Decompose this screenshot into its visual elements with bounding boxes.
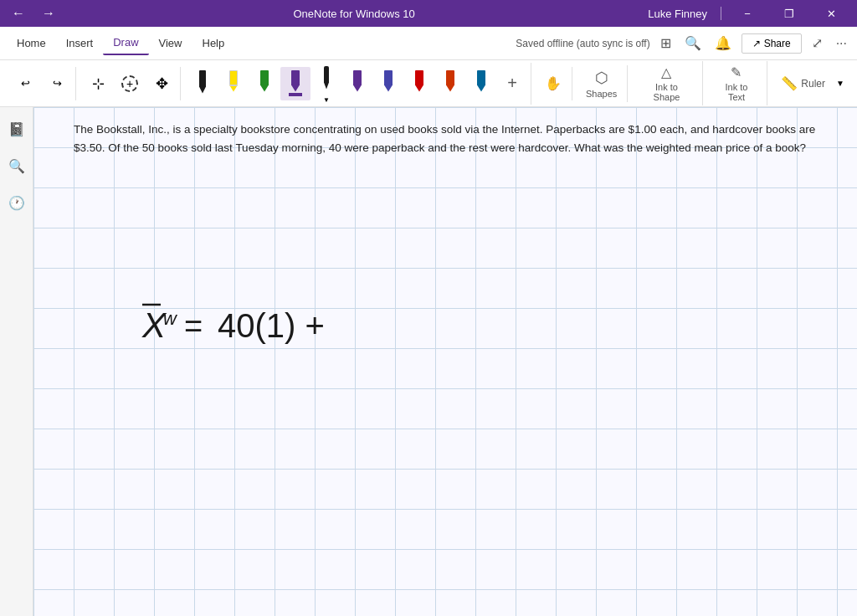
draw-toolbar: ↩ ↪ ⊹ + ✥ <box>0 60 857 107</box>
ink-to-text-group: ✎ Ink to Text <box>706 61 768 105</box>
selection-tools-group: ⊹ + ✥ <box>80 67 181 100</box>
svg-text:40(1) +: 40(1) + <box>218 307 325 344</box>
redo-icon: ↪ <box>53 77 62 90</box>
lasso-icon: + <box>121 75 138 92</box>
menu-right-section: Saved offline (auto sync is off) ⊞ 🔍 🔔 ↗… <box>516 32 850 54</box>
menu-view[interactable]: View <box>149 32 192 54</box>
ruler-dropdown[interactable]: ▼ <box>834 67 847 100</box>
note-paragraph: The Bookstall, Inc., is a specialty book… <box>74 121 817 157</box>
select-tool[interactable]: ⊹ <box>83 67 113 100</box>
sidebar-notebook-icon[interactable]: 📓 <box>2 114 32 144</box>
shapes-group: ⬡ Shapes <box>576 65 628 102</box>
sidebar: 📓 🔍 🕐 <box>0 107 33 616</box>
pen-tool-7[interactable] <box>373 67 403 100</box>
pen-dropdown-1[interactable]: ▼ <box>318 96 335 105</box>
move-icon: ✥ <box>156 74 168 93</box>
undo-redo-group: ↩ ↪ <box>7 67 76 100</box>
menu-home[interactable]: Home <box>7 32 56 54</box>
ink-to-text-icon: ✎ <box>731 64 742 80</box>
ruler-icon: 📏 <box>781 75 798 91</box>
ruler-button[interactable]: 📏 Ruler <box>774 72 832 95</box>
pen-tool-3[interactable] <box>249 67 280 100</box>
share-button[interactable]: ↗ Share <box>742 33 802 54</box>
touch-group: ✋ <box>535 67 572 100</box>
content-area[interactable]: The Bookstall, Inc., is a specialty book… <box>33 107 857 616</box>
menu-bar: Home Insert Draw View Help Saved offline… <box>0 27 857 60</box>
ink-to-text-button[interactable]: ✎ Ink to Text <box>710 61 764 105</box>
app-body: 📓 🔍 🕐 The Bookstall, Inc., is a specialt… <box>0 107 857 616</box>
pen-tool-4[interactable] <box>280 67 310 100</box>
back-button[interactable]: ← <box>7 2 30 25</box>
grid-paper[interactable]: The Bookstall, Inc., is a specialty book… <box>33 107 857 616</box>
ink-to-shape-label: Ink to Shape <box>641 82 691 102</box>
redo-button[interactable]: ↪ <box>42 67 72 100</box>
new-page-icon[interactable]: ⊞ <box>657 32 675 54</box>
search-icon[interactable]: 🔍 <box>681 32 705 54</box>
ink-to-text-label: Ink to Text <box>716 82 757 102</box>
sidebar-history-icon[interactable]: 🕐 <box>2 187 32 218</box>
sidebar-search-icon[interactable]: 🔍 <box>2 151 32 181</box>
select-icon: ⊹ <box>92 74 105 93</box>
pen-tool-8[interactable] <box>404 67 434 100</box>
move-tool[interactable]: ✥ <box>146 67 177 100</box>
menu-draw[interactable]: Draw <box>103 31 148 55</box>
ruler-chevron-icon: ▼ <box>836 79 844 88</box>
app-title: OneNote for Windows 10 <box>60 8 648 20</box>
ink-to-shape-icon: △ <box>661 64 671 80</box>
ruler-group: 📏 Ruler ▼ <box>771 67 850 100</box>
share-icon: ↗ <box>752 38 761 49</box>
add-icon: + <box>507 74 517 93</box>
touch-button[interactable]: ✋ <box>538 67 568 100</box>
save-status: Saved offline (auto sync is off) <box>516 38 649 49</box>
ink-to-shape-group: △ Ink to Shape <box>631 61 702 105</box>
handwriting-area: X w = 40(1) + <box>134 291 469 362</box>
pen-tool-10[interactable] <box>466 67 496 100</box>
touch-icon: ✋ <box>545 75 562 91</box>
undo-button[interactable]: ↩ <box>10 67 40 100</box>
minimize-button[interactable]: − <box>728 0 767 27</box>
close-button[interactable]: ✕ <box>812 0 850 27</box>
menu-help[interactable]: Help <box>192 32 235 54</box>
shapes-icon: ⬡ <box>595 69 608 87</box>
note-content: The Bookstall, Inc., is a specialty book… <box>74 121 817 157</box>
lasso-tool[interactable]: + <box>115 67 145 100</box>
bell-icon[interactable]: 🔔 <box>711 32 735 54</box>
shapes-button[interactable]: ⬡ Shapes <box>579 65 624 102</box>
more-icon[interactable]: ··· <box>833 33 850 54</box>
menu-insert[interactable]: Insert <box>56 32 104 54</box>
title-bar-nav: ← → <box>7 2 60 25</box>
ink-to-shape-button[interactable]: △ Ink to Shape <box>634 61 698 105</box>
pen-tool-1[interactable] <box>187 67 218 100</box>
share-label: Share <box>764 38 791 49</box>
title-bar: ← → OneNote for Windows 10 Luke Finney −… <box>0 0 857 27</box>
math-handwriting-svg: X w = 40(1) + <box>134 291 469 358</box>
pen-tools-group: ▼ <box>184 63 531 105</box>
pen-tool-6[interactable] <box>342 67 372 100</box>
undo-icon: ↩ <box>21 77 30 90</box>
svg-text:=: = <box>184 309 203 344</box>
user-name: Luke Finney <box>648 8 707 20</box>
pen-tool-5[interactable] <box>311 63 341 96</box>
forward-button[interactable]: → <box>37 2 60 25</box>
pen-tool-2[interactable] <box>218 67 249 100</box>
title-bar-right: Luke Finney − ❐ ✕ <box>648 0 850 27</box>
maximize-button[interactable]: ❐ <box>770 0 808 27</box>
pen-tool-9[interactable] <box>435 67 465 100</box>
svg-text:w: w <box>163 308 178 329</box>
ruler-label: Ruler <box>801 78 825 90</box>
shapes-label: Shapes <box>586 89 617 99</box>
fullscreen-icon[interactable]: ⤢ <box>808 32 826 54</box>
add-pen-button[interactable]: + <box>497 67 527 100</box>
title-divider <box>721 7 721 20</box>
